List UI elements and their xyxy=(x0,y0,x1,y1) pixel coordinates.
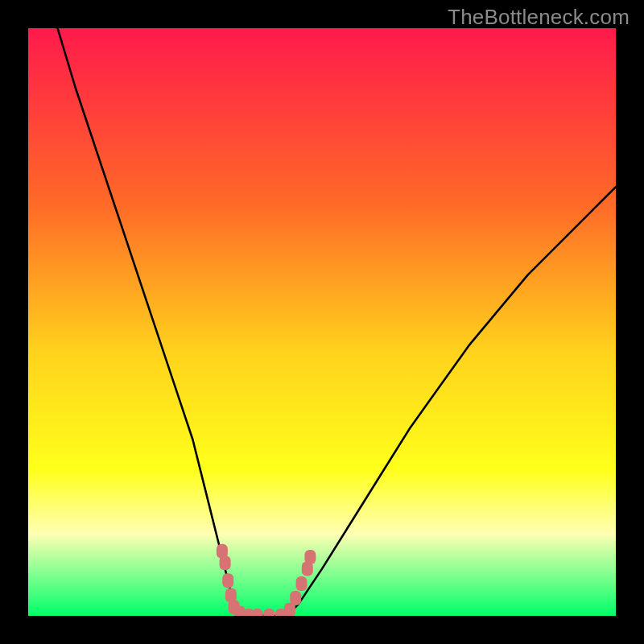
marker-dot xyxy=(290,591,301,605)
chart-frame: TheBottleneck.com xyxy=(0,0,644,644)
chart-svg xyxy=(28,28,616,616)
marker-dot xyxy=(304,550,316,564)
marker-dot xyxy=(296,576,308,591)
gradient-background xyxy=(28,28,616,616)
watermark-text: TheBottleneck.com xyxy=(448,5,630,30)
bottleneck-chart xyxy=(28,28,616,616)
marker-dot xyxy=(220,555,231,570)
marker-dot xyxy=(222,573,233,588)
